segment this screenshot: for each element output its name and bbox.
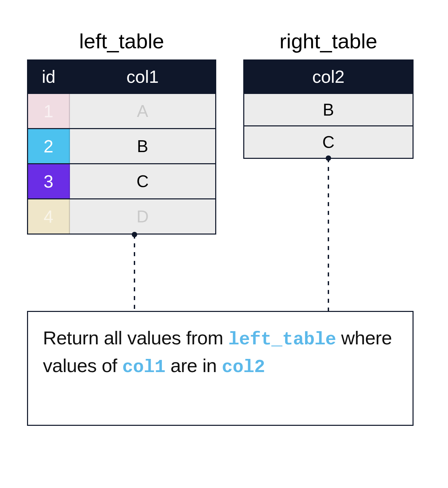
- right-table-header: col2: [244, 60, 413, 93]
- left-header-id: id: [28, 60, 70, 93]
- value-cell: B: [70, 129, 215, 163]
- id-cell: 4: [28, 199, 70, 234]
- table-row: 3 C: [28, 163, 215, 198]
- left-table-title: left_table: [27, 29, 216, 53]
- value-cell: C: [244, 126, 413, 158]
- value-cell: C: [70, 164, 215, 198]
- explanation-box: Return all values from left_table where …: [27, 311, 414, 426]
- table-row: 2 B: [28, 128, 215, 163]
- code-token-col2: col2: [222, 357, 265, 377]
- id-cell: 2: [28, 129, 70, 163]
- left-table-header: id col1: [28, 60, 215, 93]
- id-cell: 3: [28, 164, 70, 198]
- table-row: 1 A: [28, 93, 215, 128]
- id-cell: 1: [28, 94, 70, 128]
- right-header-col2: col2: [244, 60, 413, 93]
- table-row: B: [244, 93, 413, 125]
- table-row: C: [244, 125, 413, 158]
- table-row: 4 D: [28, 198, 215, 234]
- left-header-col1: col1: [70, 60, 215, 93]
- value-cell: B: [244, 94, 413, 125]
- value-cell: D: [70, 199, 215, 234]
- explain-text: Return all values from: [43, 327, 228, 348]
- right-table-title: right_table: [243, 29, 414, 53]
- left-table: id col1 1 A 2 B 3 C 4 D: [27, 59, 216, 235]
- code-token-col1: col1: [122, 357, 166, 377]
- value-cell: A: [70, 94, 215, 128]
- code-token-left-table: left_table: [228, 329, 336, 350]
- right-table: col2 B C: [243, 59, 414, 159]
- explain-text: are in: [165, 355, 222, 376]
